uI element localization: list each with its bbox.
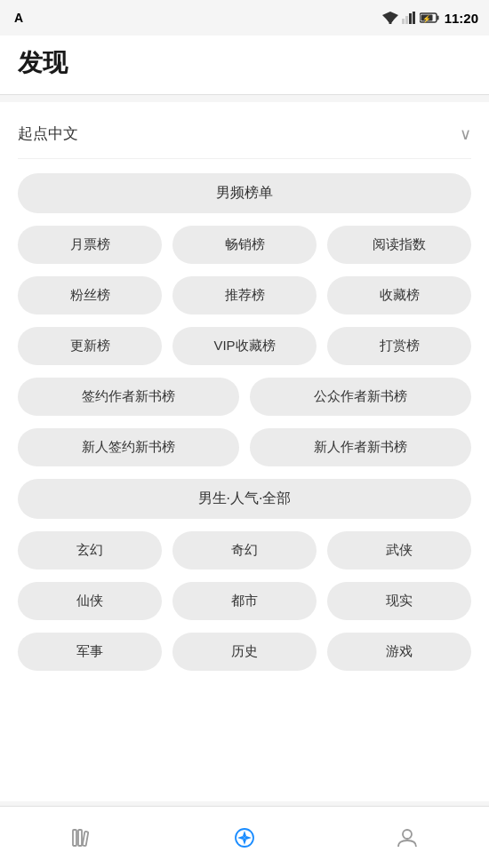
status-right: ⚡ 11:20 (382, 11, 478, 26)
lishi-button[interactable]: 历史 (172, 633, 317, 671)
wifi-icon (382, 12, 398, 24)
new-signed-new-book-button[interactable]: 新人签约新书榜 (18, 428, 239, 466)
signal-icon (402, 12, 416, 24)
bottom-nav (0, 806, 489, 868)
new-author-new-book-button[interactable]: 新人作者新书榜 (250, 428, 471, 466)
battery-icon: ⚡ (420, 12, 439, 23)
chevron-down-icon: ∨ (460, 124, 471, 144)
svg-rect-8 (437, 16, 438, 20)
male-list-full-btn[interactable]: 男频榜单 (18, 173, 471, 213)
recommend-rank-button[interactable]: 推荐榜 (172, 276, 317, 315)
rank-row-4: 签约作者新书榜 公众作者新书榜 (18, 378, 471, 416)
fans-rank-button[interactable]: 粉丝榜 (18, 276, 162, 315)
collect-rank-button[interactable]: 收藏榜 (327, 276, 471, 315)
rank-row-5: 新人签约新书榜 新人作者新书榜 (18, 428, 471, 466)
status-time: 11:20 (445, 11, 478, 26)
nav-item-library[interactable] (0, 807, 163, 868)
rank-row-1: 月票榜 畅销榜 阅读指数 (18, 226, 471, 264)
popular-all-btn-wrap[interactable]: 男生·人气·全部 (18, 479, 471, 519)
svg-rect-11 (73, 830, 76, 846)
vip-collect-button[interactable]: VIP收藏榜 (172, 327, 317, 365)
svg-rect-13 (82, 831, 88, 845)
male-list-button[interactable]: 男频榜单 (18, 173, 471, 213)
rank-row-3: 更新榜 VIP收藏榜 打赏榜 (18, 327, 471, 365)
svg-rect-6 (413, 12, 415, 24)
dropdown-label: 起点中文 (18, 123, 78, 144)
status-bar: A ⚡ 11:20 (0, 0, 489, 36)
svg-text:⚡: ⚡ (422, 14, 431, 23)
library-icon (70, 826, 93, 849)
genre-row-3: 军事 历史 游戏 (18, 633, 471, 671)
svg-rect-3 (402, 19, 405, 24)
update-rank-button[interactable]: 更新榜 (18, 327, 162, 365)
genre-row-2: 仙侠 都市 现实 (18, 582, 471, 620)
qihuan-button[interactable]: 奇幻 (172, 531, 317, 569)
popular-all-button[interactable]: 男生·人气·全部 (18, 479, 471, 519)
xianxia-button[interactable]: 仙侠 (18, 582, 162, 620)
main-content: 起点中文 ∨ 男频榜单 月票榜 畅销榜 阅读指数 粉丝榜 推荐榜 收藏榜 更新榜… (0, 102, 489, 801)
reading-index-button[interactable]: 阅读指数 (327, 226, 471, 264)
status-left-icon: A (14, 11, 23, 25)
monthly-ticket-button[interactable]: 月票榜 (18, 226, 162, 264)
profile-icon (396, 826, 419, 849)
nav-item-profile[interactable] (326, 807, 489, 868)
source-dropdown[interactable]: 起点中文 ∨ (18, 116, 471, 159)
discover-icon (233, 826, 256, 849)
svg-rect-12 (78, 830, 82, 846)
nav-item-discover[interactable] (163, 807, 325, 868)
wuxia-button[interactable]: 武侠 (327, 531, 471, 569)
status-icons: ⚡ (382, 12, 439, 24)
svg-rect-5 (409, 13, 412, 24)
signed-author-new-button[interactable]: 签约作者新书榜 (18, 378, 239, 416)
youxi-button[interactable]: 游戏 (327, 633, 471, 671)
svg-rect-4 (405, 16, 408, 24)
xuanhuan-button[interactable]: 玄幻 (18, 531, 162, 569)
page-title: 发现 (18, 46, 471, 80)
bestseller-button[interactable]: 畅销榜 (172, 226, 317, 264)
header: 发现 (0, 36, 489, 95)
dushi-button[interactable]: 都市 (172, 582, 317, 620)
svg-point-19 (403, 830, 412, 839)
genre-row-1: 玄幻 奇幻 武侠 (18, 531, 471, 569)
junshi-button[interactable]: 军事 (18, 633, 162, 671)
xianshi-button[interactable]: 现实 (327, 582, 471, 620)
public-author-new-button[interactable]: 公众作者新书榜 (250, 378, 471, 416)
rank-row-2: 粉丝榜 推荐榜 收藏榜 (18, 276, 471, 315)
reward-rank-button[interactable]: 打赏榜 (327, 327, 471, 365)
